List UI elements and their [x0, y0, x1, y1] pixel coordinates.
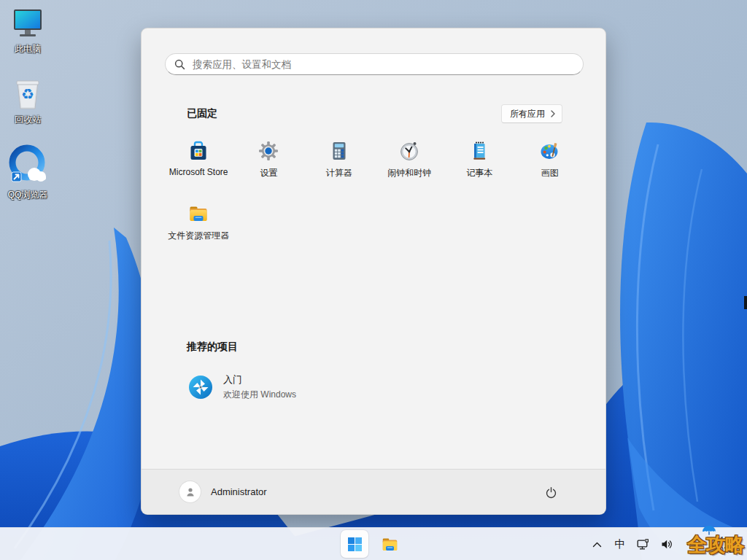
- power-button[interactable]: [538, 480, 563, 505]
- desktop-icon-qq-browser[interactable]: QQ浏览器: [0, 144, 55, 201]
- recommended-title-text: 入门: [223, 373, 296, 386]
- microsoft-store-icon: [187, 139, 210, 163]
- start-search-box[interactable]: [165, 53, 584, 75]
- recommended-item-get-started[interactable]: 入门 欢迎使用 Windows: [181, 369, 303, 405]
- this-pc-icon: [10, 7, 45, 41]
- taskbar: 中 14:04: [0, 527, 747, 560]
- app-label: 闹钟和时钟: [387, 167, 431, 179]
- desktop-icon-recycle-bin[interactable]: ♻ 回收站: [0, 78, 55, 126]
- taskbar-file-explorer-button[interactable]: [376, 530, 403, 558]
- speaker-icon: [661, 539, 673, 550]
- file-explorer-icon: [187, 202, 210, 225]
- get-started-icon: [188, 375, 213, 400]
- screen-edge-artifact: [744, 296, 747, 309]
- app-label: 设置: [260, 167, 277, 179]
- start-menu-panel: 已固定 所有应用 Microsoft Store: [141, 28, 606, 515]
- app-label: 计算器: [326, 167, 352, 179]
- tray-time: 14:04: [678, 534, 735, 545]
- alarm-clock-icon: [398, 139, 421, 163]
- file-explorer-icon: [380, 534, 400, 554]
- settings-gear-icon: [257, 139, 280, 163]
- clock-and-date[interactable]: 14:04 2023/: [678, 534, 743, 555]
- app-tile-alarms-clock[interactable]: 闹钟和时钟: [374, 139, 444, 202]
- user-avatar: [179, 481, 201, 502]
- ime-indicator[interactable]: 中: [608, 528, 632, 560]
- desktop-icon-label: QQ浏览器: [8, 189, 48, 201]
- paint-icon: [538, 139, 562, 163]
- wired-network-icon: [637, 538, 650, 551]
- desktop-screen: 此电脑 ♻ 回收站 QQ浏览器: [0, 0, 747, 560]
- search-icon: [174, 59, 185, 70]
- all-apps-label: 所有应用: [510, 108, 545, 120]
- tray-date: 2023/: [678, 545, 735, 555]
- recycle-bin-icon: ♻: [11, 78, 44, 112]
- desktop-icon-this-pc[interactable]: 此电脑: [0, 7, 55, 55]
- all-apps-button[interactable]: 所有应用: [501, 104, 562, 123]
- system-tray: 中 14:04: [585, 528, 747, 560]
- pinned-apps-grid: Microsoft Store: [163, 139, 585, 265]
- recommended-section-title: 推荐的项目: [187, 341, 238, 354]
- user-name: Administrator: [211, 486, 267, 497]
- windows-logo-icon: [348, 537, 362, 551]
- taskbar-center: [341, 530, 403, 558]
- pinned-section-title: 已固定: [187, 107, 217, 120]
- volume-tray-button[interactable]: [655, 528, 678, 560]
- desktop-icon-label: 此电脑: [15, 43, 41, 55]
- notepad-icon: [468, 139, 491, 163]
- desktop-icon-label: 回收站: [15, 114, 41, 126]
- network-tray-button[interactable]: [632, 528, 655, 560]
- chevron-right-icon: [551, 110, 555, 117]
- app-tile-settings[interactable]: 设置: [233, 139, 303, 202]
- tray-overflow-button[interactable]: [585, 528, 608, 560]
- app-tile-paint[interactable]: 画图: [515, 139, 585, 202]
- app-label: 画图: [541, 167, 559, 179]
- app-label: Microsoft Store: [169, 167, 228, 177]
- start-button[interactable]: [341, 530, 368, 558]
- power-icon: [545, 486, 557, 499]
- qq-browser-icon: [7, 144, 48, 187]
- app-label: 记事本: [466, 167, 492, 179]
- calculator-icon: [328, 139, 351, 163]
- chevron-up-icon: [592, 542, 602, 548]
- user-profile-button[interactable]: Administrator: [179, 481, 267, 502]
- search-input[interactable]: [193, 59, 574, 70]
- app-tile-file-explorer[interactable]: 文件资源管理器: [163, 202, 233, 265]
- ime-label: 中: [615, 537, 626, 551]
- start-footer: Administrator: [142, 469, 605, 514]
- svg-text:♻: ♻: [21, 86, 34, 102]
- person-icon: [185, 486, 196, 498]
- app-tile-microsoft-store[interactable]: Microsoft Store: [163, 139, 233, 202]
- recommended-subtitle-text: 欢迎使用 Windows: [223, 389, 296, 401]
- app-label: 文件资源管理器: [168, 230, 229, 242]
- app-tile-calculator[interactable]: 计算器: [304, 139, 374, 202]
- app-tile-notepad[interactable]: 记事本: [444, 139, 514, 202]
